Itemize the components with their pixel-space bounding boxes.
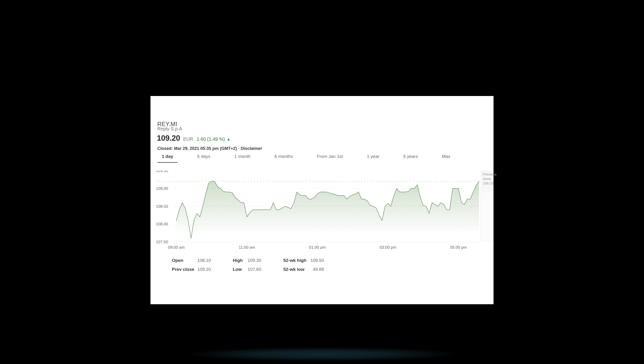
- svg-text:11:00 am: 11:00 am: [239, 245, 255, 250]
- market-status-text: Closed: Mar 29, 2021 05:35 pm (GMT+2) ·: [157, 146, 241, 151]
- svg-text:108.00: 108.00: [156, 222, 168, 226]
- market-status-line: Closed: Mar 29, 2021 05:35 pm (GMT+2) · …: [157, 146, 262, 151]
- stat-value-high: 109.30: [242, 258, 261, 263]
- tab-6-months[interactable]: 6 months: [270, 153, 297, 163]
- tab-1-day[interactable]: 1 day: [158, 153, 178, 163]
- company-name: Reply S.p.A: [157, 126, 182, 132]
- stat-value-low: 107.60: [242, 267, 261, 272]
- stat-value-open: 108.10: [186, 258, 211, 263]
- svg-text:09:00 am: 09:00 am: [168, 245, 185, 250]
- svg-text:03:00 pm: 03:00 pm: [380, 245, 396, 250]
- price-row: 109.20 EUR 1.60 (1.49 %) ▲: [157, 134, 230, 143]
- disclaimer-link[interactable]: Disclaimer: [241, 146, 262, 151]
- stat-label-high: High: [233, 258, 243, 263]
- previous-close-flag: Previousclose109.20: [481, 170, 494, 192]
- previous-close-flag-line: Previous: [483, 172, 494, 176]
- previous-close-flag-line: close: [483, 176, 494, 181]
- stock-widget-card: REY.MI Reply S.p.A 109.20 EUR 1.60 (1.49…: [150, 96, 494, 304]
- tab-1-month[interactable]: 1 month: [230, 153, 255, 163]
- stat-value-prev-close: 109.20: [186, 267, 211, 272]
- svg-text:01:00 pm: 01:00 pm: [309, 245, 326, 250]
- svg-text:109.50: 109.50: [156, 171, 168, 173]
- tab-5-years[interactable]: 5 years: [399, 153, 422, 163]
- stat-label-low: Low: [233, 267, 242, 272]
- currency-label: EUR: [183, 137, 193, 142]
- price-change: 1.60 (1.49 %): [196, 137, 225, 142]
- price-area: [176, 181, 479, 242]
- stat-label-open: Open: [172, 258, 184, 263]
- stats-table: Open108.10High109.3052-wk high109.50Prev…: [150, 258, 494, 277]
- stat-value-52-wk-high: 109.50: [304, 258, 324, 263]
- stat-label-52-wk-low: 52-wk low: [283, 267, 304, 272]
- price-chart-svg[interactable]: 09:00 am11:00 am01:00 pm03:00 pm05:00 pm…: [150, 171, 494, 251]
- tab-1-year[interactable]: 1 year: [362, 153, 384, 163]
- tab-from-jan-1st[interactable]: From Jan 1st: [312, 153, 347, 163]
- price-chart[interactable]: 09:00 am11:00 am01:00 pm03:00 pm05:00 pm…: [150, 171, 494, 251]
- bottom-reflection-shadow: [145, 345, 499, 363]
- svg-text:109.00: 109.00: [156, 186, 168, 191]
- previous-close-flag-line: 109.20: [483, 181, 494, 185]
- stat-label-52-wk-high: 52-wk high: [283, 258, 306, 263]
- range-tabs: 1 day5 days1 month6 monthsFrom Jan 1st1 …: [158, 153, 454, 163]
- x-axis-labels: 09:00 am11:00 am01:00 pm03:00 pm05:00 pm: [168, 242, 467, 250]
- stat-value-52-wk-low: 49.88: [304, 267, 324, 272]
- current-price: 109.20: [157, 134, 180, 143]
- svg-text:107.50: 107.50: [156, 240, 168, 244]
- svg-text:108.50: 108.50: [156, 204, 168, 209]
- tab-max[interactable]: Max: [438, 153, 454, 163]
- screen-background: { "screen": { "background": "#000000" },…: [0, 0, 644, 364]
- y-axis-labels: 109.50109.00108.50108.00107.50: [156, 171, 168, 244]
- tab-5-days[interactable]: 5 days: [193, 153, 215, 163]
- svg-text:05:00 pm: 05:00 pm: [450, 245, 467, 250]
- up-arrow-icon: ▲: [227, 137, 230, 141]
